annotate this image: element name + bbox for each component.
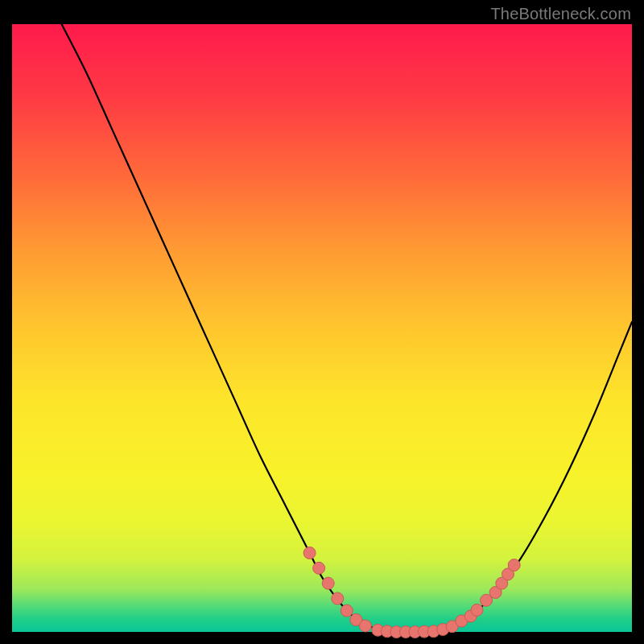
bottleneck-curve: [62, 24, 632, 632]
data-marker: [341, 605, 353, 617]
data-marker: [471, 604, 483, 616]
data-marker: [332, 592, 344, 605]
marker-group: [303, 547, 520, 638]
data-marker: [303, 547, 316, 559]
plot-area: [12, 24, 632, 632]
data-marker: [322, 577, 334, 589]
data-marker: [508, 559, 520, 571]
watermark-text: TheBottleneck.com: [490, 5, 631, 23]
data-marker: [313, 562, 325, 574]
chart-frame: TheBottleneck.com: [0, 0, 644, 644]
curve-layer: [12, 24, 632, 632]
data-marker: [359, 620, 371, 632]
